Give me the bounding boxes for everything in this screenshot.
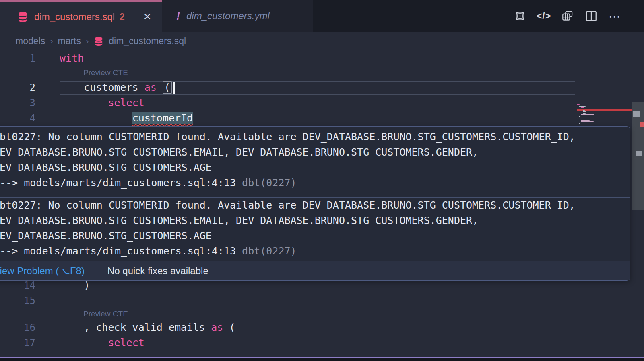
- error-text: dbt0227: No column CUSTOMERID found. Ava…: [0, 198, 630, 213]
- error-text: DEV_DATABASE.BRUNO.STG_CUSTOMERS.EMAIL, …: [0, 145, 630, 160]
- database-icon: [18, 12, 28, 23]
- tab-label: dim_customers.yml: [186, 10, 270, 22]
- preview-cte-codelens[interactable]: Preview CTE: [83, 310, 128, 318]
- breadcrumb-item-marts[interactable]: marts: [58, 36, 81, 47]
- minimap-code-line: [579, 119, 587, 119]
- problem-hover-popup: dbt0227: No column CUSTOMERID found. Ava…: [0, 126, 630, 281]
- scroll-marker-error: [640, 122, 644, 127]
- minimap-code-line: [581, 107, 584, 108]
- error-text: DEV_DATABASE.BRUNO.STG_CUSTOMERS.EMAIL, …: [0, 213, 630, 228]
- window-bottom-edge: [0, 358, 644, 361]
- chevron-right-icon: ›: [86, 36, 89, 47]
- line-number[interactable]: 16: [0, 320, 35, 335]
- code-line[interactable]: customers as (: [60, 80, 172, 95]
- tab-label: dim_customers.sql: [34, 11, 115, 23]
- code-line[interactable]: select: [60, 335, 144, 351]
- problem-count-badge: 2: [120, 12, 125, 23]
- minimap-error-bar: [577, 109, 632, 111]
- view-problem-link[interactable]: View Problem (⌥F8): [0, 265, 85, 277]
- tab-dim-customers-sql[interactable]: dim_customers.sql 2 ✕: [0, 0, 162, 32]
- chevron-right-icon: ›: [50, 36, 53, 47]
- line-number[interactable]: 15: [0, 293, 35, 308]
- compiled-code-icon[interactable]: </>: [537, 10, 550, 23]
- preview-cte-codelens[interactable]: Preview CTE: [83, 68, 128, 77]
- minimap-code-line: [583, 110, 585, 111]
- minimap-code-line: [581, 120, 590, 121]
- more-actions-icon[interactable]: ⋯: [609, 10, 621, 23]
- minimap-code-line: [579, 116, 580, 117]
- warning-exclamation-icon: !: [176, 10, 180, 23]
- popup-status-bar: View Problem (⌥F8) No quick fixes availa…: [0, 261, 630, 280]
- database-icon: [94, 37, 103, 46]
- minimap-code-line: [577, 104, 580, 105]
- error-location: --> models/marts/dim_customers.sql:4:13 …: [0, 244, 630, 259]
- editor-window: dim_customers.sql 2 ✕ ! dim_customers.ym…: [0, 0, 644, 361]
- scroll-marker-gray: [633, 111, 640, 117]
- line-number[interactable]: 2: [0, 80, 35, 95]
- code-line[interactable]: with: [60, 51, 84, 66]
- error-text: DEV_DATABASE.BRUNO.STG_CUSTOMERS.AGE: [0, 228, 630, 244]
- minimap-code-line: [579, 106, 586, 107]
- line-number[interactable]: 3: [0, 95, 35, 111]
- error-location: --> models/marts/dim_customers.sql:4:13 …: [0, 175, 630, 191]
- code-line[interactable]: customerId: [60, 111, 193, 126]
- scroll-marker-gray: [636, 151, 642, 156]
- error-text: dbt0227: No column CUSTOMERID found. Ava…: [0, 129, 630, 145]
- text-cursor: [173, 82, 175, 94]
- minimap-code-line: [583, 113, 586, 114]
- code-line[interactable]: , check_valid_emails as (: [60, 320, 235, 335]
- breadcrumb-item-models[interactable]: models: [15, 36, 45, 47]
- line-number[interactable]: 4: [0, 111, 35, 126]
- split-editor-icon[interactable]: [585, 10, 598, 23]
- error-source-code: dbt(0227): [242, 245, 296, 257]
- error-message-block: dbt0227: No column CUSTOMERID found. Ava…: [0, 127, 630, 197]
- error-source-code: dbt(0227): [242, 177, 296, 189]
- breadcrumb-file[interactable]: dim_customers.sql: [109, 36, 186, 47]
- minimap-code-line: [581, 121, 594, 122]
- close-icon[interactable]: ✕: [143, 11, 151, 23]
- tab-bar: dim_customers.sql 2 ✕ ! dim_customers.ym…: [0, 0, 644, 32]
- no-quick-fixes-text: No quick fixes available: [107, 265, 208, 277]
- code-line[interactable]: select: [60, 95, 144, 111]
- minimap-code-line: [581, 114, 594, 115]
- error-message-block: dbt0227: No column CUSTOMERID found. Ava…: [0, 197, 630, 261]
- line-number[interactable]: 1: [0, 51, 35, 66]
- line-number[interactable]: 17: [0, 335, 35, 351]
- breadcrumb: models › marts › dim_customers.sql: [0, 32, 644, 50]
- minimap-code-line: [579, 123, 580, 124]
- minimap-code-line: [583, 111, 586, 112]
- dbt-icon[interactable]: [514, 10, 526, 23]
- query-results-table-icon[interactable]: [561, 10, 574, 23]
- scrollbar-overview-ruler: [632, 101, 644, 361]
- error-text: DEV_DATABASE.BRUNO.STG_CUSTOMERS.AGE: [0, 160, 630, 175]
- tab-dim-customers-yml[interactable]: ! dim_customers.yml: [162, 0, 313, 32]
- editor-actions: </> ⋯: [514, 0, 644, 32]
